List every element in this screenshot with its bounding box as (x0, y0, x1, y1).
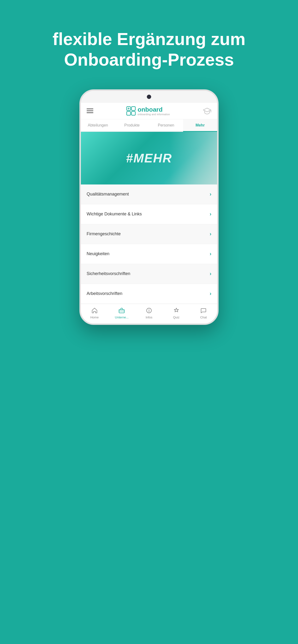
menu-item-dokumente[interactable]: Wichtige Dokumente & Links › (81, 204, 217, 224)
logo-subtitle: onboarding and information (138, 113, 170, 116)
banner-text: #MEHR (126, 151, 172, 165)
chat-icon (200, 308, 207, 314)
nav-unternehmen-label: Unterne... (115, 316, 129, 319)
app-header: onboard onboarding and information (81, 103, 217, 119)
chevron-right-icon: › (210, 191, 211, 198)
menu-item-firmengeschichte[interactable]: Firmengeschichte › (81, 224, 217, 244)
svg-rect-1 (131, 106, 135, 110)
nav-infos-label: Infos (146, 316, 152, 319)
nav-home-label: Home (90, 316, 99, 319)
graduation-cap-icon[interactable] (203, 106, 211, 115)
hero-section: flexible Ergänzung zum Onboarding-Prozes… (0, 0, 298, 89)
tab-produkte[interactable]: Produkte (115, 119, 149, 131)
svg-marker-6 (203, 108, 211, 112)
chevron-right-icon: › (210, 251, 211, 257)
briefcase-icon (118, 308, 125, 314)
menu-list: Qualitätsmanagement › Wichtige Dokumente… (81, 184, 217, 304)
navigation-tabs: Abteilungen Produkte Personen Mehr (81, 119, 217, 132)
info-icon (146, 308, 152, 314)
logo-icon (126, 106, 136, 116)
menu-item-qualitaetsmanagement[interactable]: Qualitätsmanagement › (81, 184, 217, 204)
nav-quiz-label: Quiz (173, 316, 180, 319)
menu-item-arbeitsvorschriften[interactable]: Arbeitsvorschriften › (81, 284, 217, 304)
bottom-navigation: Home Unterne... Infos (81, 304, 217, 324)
menu-item-neuigkeiten[interactable]: Neuigkeiten › (81, 244, 217, 264)
hamburger-menu-button[interactable] (87, 108, 93, 113)
chevron-right-icon: › (210, 231, 211, 237)
nav-chat[interactable]: Chat (190, 304, 217, 324)
tab-mehr[interactable]: Mehr (183, 119, 217, 131)
phone-top-bar (81, 91, 217, 103)
banner-image: #MEHR (81, 132, 217, 184)
chevron-right-icon: › (210, 290, 211, 297)
nav-quiz[interactable]: Quiz (163, 304, 190, 324)
nav-unternehmen[interactable]: Unterne... (108, 304, 135, 324)
nav-chat-label: Chat (200, 316, 207, 319)
logo-text: onboard onboarding and information (138, 106, 170, 116)
quiz-icon (173, 308, 180, 314)
svg-rect-2 (127, 112, 130, 115)
banner-figure (169, 132, 217, 184)
svg-point-12 (149, 309, 149, 310)
logo-name: onboard (138, 106, 170, 113)
tab-personen[interactable]: Personen (149, 119, 183, 131)
app-logo: onboard onboarding and information (126, 106, 170, 116)
nav-infos[interactable]: Infos (135, 304, 163, 324)
chevron-right-icon: › (210, 271, 211, 277)
phone-frame: onboard onboarding and information Abtei… (79, 89, 219, 325)
chevron-right-icon: › (210, 211, 211, 217)
nav-home[interactable]: Home (81, 304, 108, 324)
home-icon (91, 308, 98, 314)
hero-title: flexible Ergänzung zum Onboarding-Prozes… (0, 0, 298, 89)
menu-item-sicherheitsvorschriften[interactable]: Sicherheitsvorschriften › (81, 264, 217, 284)
camera-dot (147, 95, 151, 99)
svg-rect-8 (119, 310, 124, 313)
tab-abteilungen[interactable]: Abteilungen (81, 119, 115, 131)
svg-rect-3 (131, 112, 135, 115)
